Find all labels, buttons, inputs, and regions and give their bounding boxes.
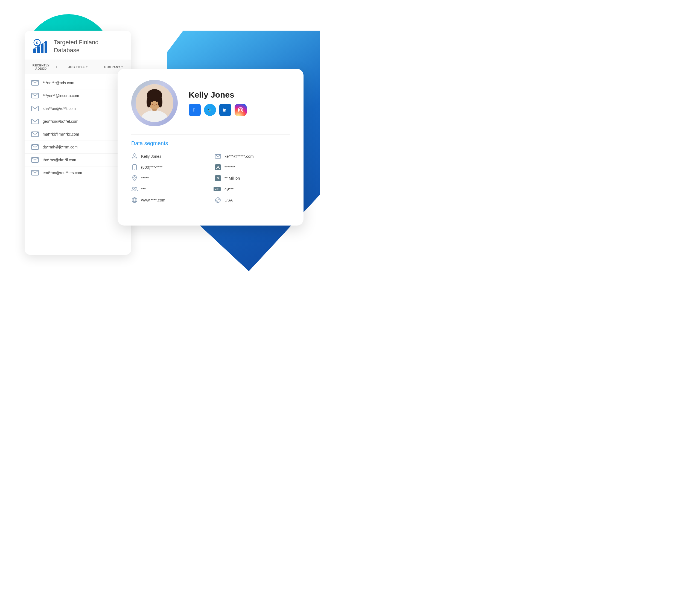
email-icon [31, 131, 39, 137]
svg-point-29 [242, 108, 242, 109]
data-segments-title: Data segments [131, 140, 290, 147]
svg-point-34 [217, 166, 219, 167]
country-icon [215, 197, 221, 203]
svg-point-23 [156, 99, 158, 102]
email-icon [31, 106, 39, 111]
svg-text:🐦: 🐦 [207, 108, 212, 113]
email-icon [31, 80, 39, 86]
email-icon [31, 93, 39, 98]
chevron-icon-2: ▾ [122, 66, 123, 68]
profile-section: Kelly Jones f 🐦 in [131, 80, 290, 126]
profile-name: Kelly Jones [189, 90, 290, 100]
chevron-icon-1: ▾ [86, 66, 88, 68]
svg-point-30 [133, 154, 136, 156]
email-icon [31, 145, 39, 150]
zip-icon: ZIP [215, 186, 221, 192]
email-address-7: emi**on@reu**ers.com [43, 171, 82, 175]
svg-point-22 [151, 99, 153, 102]
email-value: ke***@*****.com [225, 154, 254, 159]
data-item-email: ke***@*****.com [215, 153, 290, 160]
list-item: da**mh@jk**rm.com [25, 141, 131, 154]
dollar-badge: $ [215, 175, 221, 181]
filter-job-title[interactable]: JOB TITLE ▾ [60, 60, 96, 74]
svg-text:in: in [223, 108, 226, 112]
profile-card: Kelly Jones f 🐦 in [117, 69, 303, 226]
email-icon [31, 118, 39, 124]
twitter-icon[interactable]: 🐦 [204, 104, 216, 116]
avatar-container [131, 80, 178, 126]
svg-point-28 [239, 109, 242, 111]
svg-rect-3 [37, 46, 40, 53]
svg-rect-4 [41, 44, 43, 53]
filter-label-1: JOB TITLE [68, 65, 85, 68]
email-address-6: tho**as@da**il.com [43, 158, 76, 162]
avatar-background [131, 80, 178, 126]
data-item-country: USA [215, 197, 290, 203]
data-item-revenue: $ ** Million [215, 175, 290, 181]
svg-rect-2 [33, 48, 36, 53]
list-item: tho**as@da**il.com [25, 154, 131, 166]
list-item: sha**on@ro**t.com [25, 102, 131, 115]
svg-point-6 [45, 41, 47, 42]
globe-icon [131, 197, 138, 203]
filter-label-0: RECENTLY ADDED [27, 64, 55, 70]
list-item: ***ne***@ods.com [25, 77, 131, 89]
list-item: geo**sn@bc**el.com [25, 115, 131, 128]
social-icons: f 🐦 in [189, 104, 290, 116]
email-address-0: ***ne***@ods.com [43, 81, 74, 85]
email-data-icon [215, 153, 221, 160]
list-item: ***yer**@incorta.com [25, 89, 131, 102]
id-value: ******* [225, 165, 235, 170]
person-icon [131, 153, 138, 160]
data-item-website: www.****.com [131, 197, 207, 203]
filter-label-2: COMPANY [104, 65, 120, 68]
left-panel: $ Targeted Finland Database RECENTLY ADD… [25, 30, 131, 255]
linkedin-icon[interactable]: in [219, 104, 231, 116]
id-icon [215, 164, 221, 171]
location-icon [131, 175, 138, 181]
divider-bottom [131, 209, 290, 209]
svg-point-35 [134, 177, 135, 178]
country-value: USA [225, 198, 233, 202]
zip-value: 49*** [225, 187, 234, 191]
instagram-icon[interactable] [235, 104, 247, 116]
name-value: Kelly Jones [141, 154, 161, 159]
email-list: ***ne***@ods.com ***yer**@incorta.com sh… [25, 74, 131, 181]
data-item-employees: *** [131, 186, 207, 192]
id-badge [215, 164, 221, 170]
divider-top [131, 135, 290, 135]
profile-info: Kelly Jones f 🐦 in [189, 90, 290, 116]
data-item-location: ***** [131, 175, 207, 181]
email-address-5: da**mh@jk**rm.com [43, 145, 78, 149]
main-scene: $ Targeted Finland Database RECENTLY ADD… [25, 14, 325, 293]
list-item: emi**on@reu**ers.com [25, 166, 131, 179]
data-item-phone: (800)***-**** [131, 164, 207, 171]
data-item-zip: ZIP 49*** [215, 186, 290, 192]
filter-bar: RECENTLY ADDED ▾ JOB TITLE ▾ COMPANY ▾ [25, 60, 131, 74]
svg-point-37 [135, 187, 137, 189]
svg-text:f: f [193, 107, 195, 113]
dollar-icon: $ [215, 175, 221, 181]
email-address-1: ***yer**@incorta.com [43, 93, 79, 98]
location-value: ***** [141, 176, 149, 180]
svg-point-20 [147, 97, 151, 108]
data-item-name: Kelly Jones [131, 153, 207, 160]
chevron-icon-0: ▾ [56, 66, 58, 68]
svg-point-21 [158, 97, 162, 108]
email-address-3: geo**sn@bc**el.com [43, 119, 78, 124]
data-item-id: ******* [215, 164, 290, 171]
employees-value: *** [141, 187, 146, 191]
facebook-icon[interactable]: f [189, 104, 201, 116]
email-icon [31, 170, 39, 176]
panel-title: Targeted Finland Database [54, 39, 125, 54]
filter-recently-added[interactable]: RECENTLY ADDED ▾ [25, 60, 60, 74]
svg-text:$: $ [36, 40, 38, 45]
panel-header: $ Targeted Finland Database [25, 30, 131, 60]
list-item: mat**kl@me**kc.com [25, 128, 131, 141]
data-grid: Kelly Jones ke***@*****.com (800)***-***… [131, 153, 290, 203]
avatar-image [136, 84, 173, 122]
email-icon [31, 157, 39, 163]
phone-value: (800)***-**** [141, 165, 162, 170]
svg-point-44 [218, 199, 220, 200]
phone-icon [131, 164, 138, 171]
